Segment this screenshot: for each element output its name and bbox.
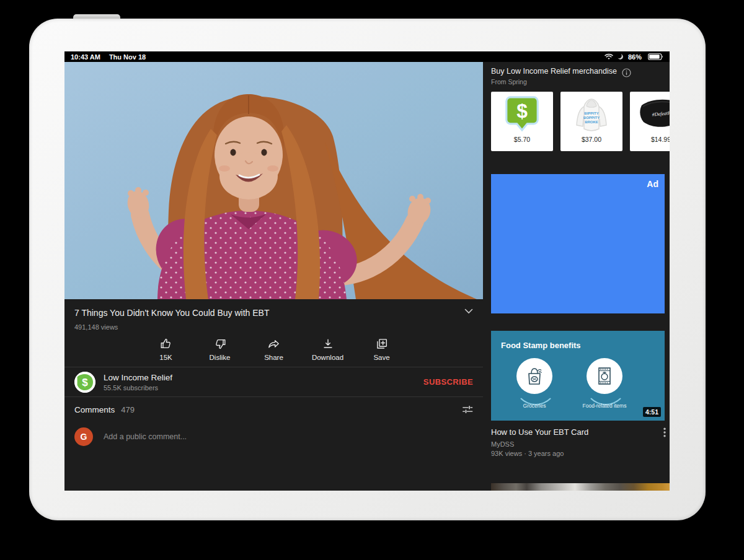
groceries-label: Groceries	[507, 403, 562, 409]
dislike-label: Dislike	[210, 354, 231, 361]
hoodie-text-line: BOPPITY	[583, 116, 600, 120]
channel-row[interactable]: $ Low Income Relief 55.5K subscribers SU…	[64, 367, 483, 396]
download-label: Download	[312, 354, 343, 361]
suggested-channel-name: MyDSS	[491, 440, 670, 448]
food-items-circle	[587, 358, 622, 394]
like-button[interactable]: 15K	[139, 337, 193, 361]
product-price: $14.99	[651, 136, 670, 143]
hoodie-text-line: BIPPITY	[584, 112, 598, 115]
thumbnail-overlay-title: Food Stamp benefits	[501, 341, 581, 350]
food-package-icon	[596, 366, 613, 386]
thumb-down-icon	[213, 337, 227, 351]
subscribe-button[interactable]: SUBSCRIBE	[423, 377, 473, 387]
merch-product-sticker[interactable]: $ $5.70	[491, 92, 553, 151]
thumb-up-icon	[159, 337, 173, 351]
comments-count: 479	[121, 405, 462, 414]
merch-header: Buy Low Income Relief merchandise From S…	[491, 67, 670, 85]
like-count-label: 15K	[159, 354, 172, 361]
date: Thu Nov 18	[109, 53, 146, 61]
video-title-section: 7 Things You Didn't Know You Could Buy w…	[64, 299, 483, 331]
groceries-circle	[516, 358, 552, 394]
fanny-pack-image: #DefeatPo	[638, 92, 670, 135]
clock: 10:43 AM	[71, 53, 100, 61]
comment-input[interactable]: Add a public comment...	[104, 432, 187, 441]
download-icon	[321, 337, 335, 351]
merch-product-list: $ $5.70 BIPPITY BOPPITY	[491, 92, 670, 151]
hoodie-image: BIPPITY BOPPITY BROKE	[573, 92, 610, 135]
status-bar: 10:43 AM Thu Nov 18 86%	[64, 51, 670, 62]
comment-input-row[interactable]: G Add a public comment...	[64, 422, 483, 451]
ad-label: Ad	[647, 179, 658, 189]
product-price: $37.00	[582, 136, 601, 143]
ad-banner[interactable]: Ad	[491, 174, 665, 313]
video-frame-illustration	[64, 62, 483, 299]
sidebar: Buy Low Income Relief merchandise From S…	[483, 62, 670, 491]
action-bar: 15K Dislike Share	[64, 331, 483, 367]
food-items-label: Food-related items	[577, 403, 632, 409]
share-icon	[267, 337, 281, 351]
download-button[interactable]: Download	[301, 337, 355, 361]
dislike-button[interactable]: Dislike	[193, 337, 247, 361]
do-not-disturb-moon-icon	[617, 53, 624, 60]
hoodie-text-line: BROKE	[585, 120, 598, 124]
comments-header-row[interactable]: Comments 479	[64, 397, 483, 422]
suggested-video-meta: 93K views · 3 years ago	[491, 450, 670, 457]
subscriber-count: 55.5K subscribers	[104, 384, 423, 392]
view-count: 491,148 views	[74, 323, 473, 331]
dollar-sticker-image: $	[505, 92, 539, 135]
grocery-bag-icon	[525, 366, 544, 386]
next-video-thumbnail-partial[interactable]	[491, 483, 670, 491]
app-screen: 10:43 AM Thu Nov 18 86%	[64, 51, 670, 491]
wifi-icon	[604, 53, 613, 60]
page: 10:43 AM Thu Nov 18 86%	[0, 0, 744, 560]
video-player[interactable]	[64, 62, 483, 299]
channel-name[interactable]: Low Income Relief	[104, 373, 423, 382]
share-button[interactable]: Share	[247, 337, 301, 361]
share-label: Share	[264, 354, 283, 361]
suggested-video-header[interactable]: How to Use Your EBT Card	[491, 427, 670, 437]
user-avatar[interactable]: G	[74, 427, 93, 446]
sticker-symbol: $	[516, 100, 528, 122]
duration-badge: 4:51	[643, 407, 661, 417]
merch-product-hoodie[interactable]: BIPPITY BOPPITY BROKE $37.00	[560, 92, 622, 151]
battery-percentage: 86%	[628, 53, 642, 61]
kebab-menu-icon[interactable]	[663, 427, 666, 437]
comments-sort-icon[interactable]	[462, 405, 473, 414]
save-to-playlist-icon	[375, 337, 389, 351]
save-label: Save	[373, 354, 389, 361]
merch-product-fanny-pack[interactable]: #DefeatPo $14.99	[630, 92, 670, 151]
video-title: 7 Things You Didn't Know You Could Buy w…	[74, 308, 446, 318]
save-button[interactable]: Save	[355, 337, 409, 361]
suggested-video-thumbnail[interactable]: Food Stamp benefits	[491, 331, 665, 421]
merch-title: Buy Low Income Relief merchandise	[491, 67, 622, 76]
expand-description-button[interactable]	[464, 308, 473, 314]
merch-info-icon[interactable]	[622, 68, 631, 77]
merch-subtitle: From Spring	[491, 78, 622, 85]
comments-label: Comments	[74, 405, 115, 414]
product-price: $5.70	[514, 136, 530, 143]
battery-icon	[648, 53, 663, 60]
channel-avatar-symbol: $	[82, 377, 88, 388]
channel-avatar[interactable]: $	[74, 372, 95, 393]
suggested-video-title[interactable]: How to Use Your EBT Card	[491, 427, 663, 437]
